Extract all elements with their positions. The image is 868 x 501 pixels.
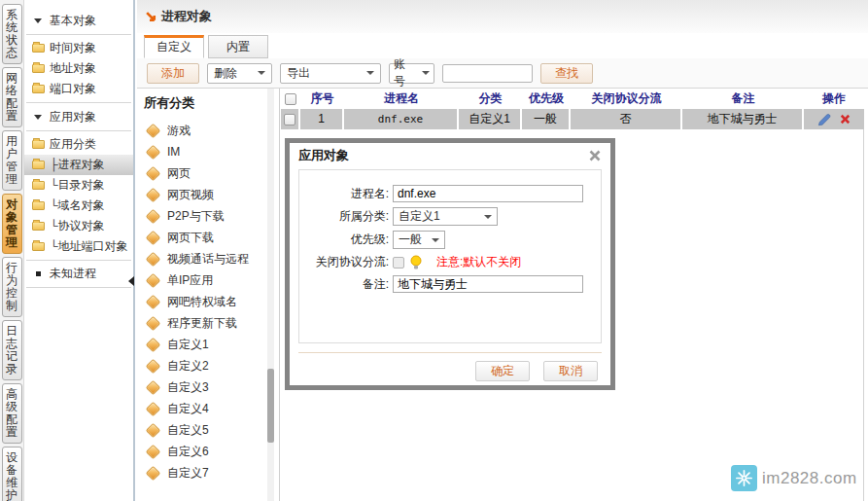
scrollbar-thumb[interactable]: [267, 369, 274, 443]
tree-item-label: └域名对象: [50, 197, 105, 214]
tree-item-port-object[interactable]: 端口对象: [24, 79, 133, 99]
field-process-name: 进程名:: [299, 185, 601, 202]
ok-button[interactable]: 确定: [475, 361, 530, 381]
tree-item-process-object[interactable]: ├进程对象: [24, 155, 133, 175]
gem-icon: [146, 444, 161, 459]
module-tab-device-maintenance[interactable]: 设备维护: [2, 447, 22, 501]
folder-icon: [32, 222, 45, 231]
category-select[interactable]: 自定义1: [393, 207, 498, 226]
module-tab-user-management[interactable]: 用户管理: [2, 130, 22, 191]
close-split-checkbox[interactable]: [393, 257, 404, 268]
category-label: 程序更新下载: [167, 315, 237, 332]
cell-index: 1: [300, 109, 344, 129]
module-tab-behavior-control[interactable]: 行为控制: [2, 257, 22, 317]
category-item-custom5[interactable]: 自定义5: [144, 419, 279, 441]
category-item-netbar-domain[interactable]: 网吧特权域名: [144, 291, 279, 312]
module-tab-object-management[interactable]: 对象管理: [2, 194, 22, 254]
tab-custom[interactable]: 自定义: [144, 35, 204, 58]
category-item-web-download[interactable]: 网页下载: [144, 227, 279, 248]
category-label: 网页: [167, 165, 191, 182]
table-header-row: 序号 进程名 分类 优先级 关闭协议分流 备注 操作: [281, 89, 863, 109]
tab-builtin[interactable]: 内置: [208, 35, 268, 58]
cell-priority: 一般: [522, 109, 571, 129]
tree-separator: [26, 260, 131, 261]
category-item-program-update[interactable]: 程序更新下载: [144, 312, 279, 334]
category-item-custom1[interactable]: 自定义1: [144, 334, 279, 355]
tree-item-unknown-process[interactable]: 未知进程: [24, 264, 133, 284]
tree-item-address-port-object[interactable]: └地址端口对象: [24, 236, 133, 257]
tree-section-label: 应用对象: [50, 109, 96, 125]
tree-item-directory-object[interactable]: └目录对象: [24, 175, 133, 196]
priority-select[interactable]: 一般: [393, 231, 445, 249]
remark-input[interactable]: [393, 275, 583, 293]
gem-icon: [146, 465, 161, 481]
dialog-fieldbox: 进程名: 所属分类: 自定义1 优先级: 一般 关闭协议分流:: [298, 169, 602, 343]
module-tab-advanced-config[interactable]: 高级配置: [2, 383, 22, 444]
folder-icon: [32, 44, 45, 53]
process-name-input[interactable]: [393, 185, 583, 202]
account-dropdown-label: 账号: [394, 56, 416, 89]
category-scrollbar[interactable]: [267, 89, 274, 501]
tree-separator: [26, 102, 131, 103]
snowflake-icon: [731, 465, 757, 491]
row-checkbox[interactable]: [284, 114, 295, 125]
category-item-game[interactable]: 游戏: [144, 120, 279, 141]
category-item-im[interactable]: IM: [144, 141, 279, 162]
field-category: 所属分类: 自定义1: [299, 207, 601, 226]
close-icon[interactable]: [588, 149, 602, 162]
category-label: 游戏: [167, 123, 191, 139]
tree-separator: [26, 130, 131, 131]
category-label: 自定义5: [167, 422, 209, 439]
module-tab-network-config[interactable]: 网络配置: [2, 67, 22, 127]
export-dropdown-label: 导出: [287, 65, 310, 82]
folder-icon: [32, 64, 45, 73]
add-button[interactable]: 添加: [147, 63, 199, 84]
module-tab-log-record[interactable]: 日志记录: [2, 320, 22, 380]
delete-dropdown[interactable]: 删除: [207, 63, 272, 84]
tree-item-app-category[interactable]: 应用分类: [24, 134, 133, 155]
delete-x-icon[interactable]: [839, 113, 851, 125]
edit-pencil-icon[interactable]: [817, 113, 831, 126]
tree-item-protocol-object[interactable]: └协议对象: [24, 216, 133, 236]
category-item-p2p-download[interactable]: P2P与下载: [144, 205, 279, 227]
tree-item-domain-object[interactable]: └域名对象: [24, 196, 133, 216]
toolbar: 添加 删除 导出 账号 查找: [137, 58, 868, 89]
gem-icon: [146, 401, 161, 416]
table-row: 1 dnf.exe 自定义1 一般 否 地下城与勇士: [281, 109, 863, 129]
select-all-checkbox[interactable]: [285, 93, 296, 105]
find-button[interactable]: 查找: [540, 63, 593, 84]
tree-item-label: └目录对象: [50, 177, 105, 194]
field-priority: 优先级: 一般: [299, 231, 601, 249]
panel-collapse-arrow-icon[interactable]: [128, 276, 134, 286]
category-item-web-video[interactable]: 网页视频: [144, 184, 279, 205]
tree-section-app-objects[interactable]: 应用对象: [24, 106, 133, 127]
category-item-custom7[interactable]: 自定义7: [144, 462, 279, 483]
export-dropdown[interactable]: 导出: [280, 63, 381, 84]
gem-icon: [146, 208, 161, 224]
category-label: 自定义4: [167, 401, 209, 417]
category-item-web[interactable]: 网页: [144, 162, 279, 184]
tree-section-basic-objects[interactable]: 基本对象: [24, 10, 133, 31]
category-label: 网页下载: [167, 230, 214, 246]
search-input[interactable]: [442, 64, 533, 83]
module-tab-system-status[interactable]: 系统状态: [2, 4, 22, 64]
page-header: 进程对象: [137, 0, 868, 33]
folder-icon: [32, 85, 45, 93]
category-item-custom6[interactable]: 自定义6: [144, 441, 279, 462]
triangle-down-icon: [34, 18, 42, 23]
tree-item-address-object[interactable]: 地址对象: [24, 58, 133, 79]
tabs-row: 自定义 内置: [137, 33, 868, 58]
account-dropdown[interactable]: 账号: [389, 63, 434, 84]
col-header-close-split: 关闭协议分流: [571, 89, 682, 109]
tree-item-label: └地址端口对象: [50, 238, 128, 255]
module-tab-label: 设备维护: [6, 451, 18, 501]
category-item-custom2[interactable]: 自定义2: [144, 355, 279, 376]
cancel-button[interactable]: 取消: [543, 361, 598, 381]
tree-item-time-object[interactable]: 时间对象: [24, 38, 133, 58]
category-item-single-ip[interactable]: 单IP应用: [144, 269, 279, 291]
module-tab-label: 高级配置: [6, 388, 18, 439]
category-item-video-call[interactable]: 视频通话与远程: [144, 248, 279, 269]
gem-icon: [146, 294, 161, 309]
category-item-custom3[interactable]: 自定义3: [144, 376, 279, 398]
category-item-custom4[interactable]: 自定义4: [144, 398, 279, 419]
